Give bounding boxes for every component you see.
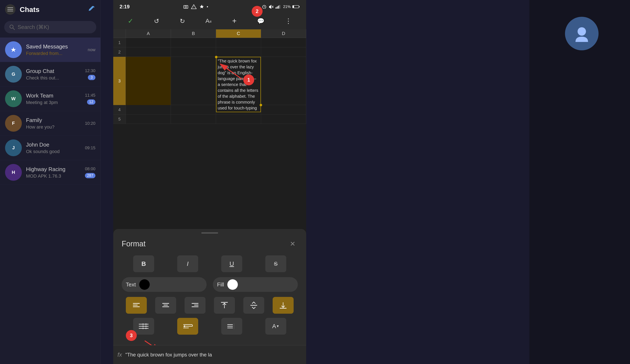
fill-color-swatch[interactable] xyxy=(227,279,238,290)
cell-d1[interactable] xyxy=(261,38,306,47)
chat-item-saved[interactable]: Saved Messages Forwarded from... now xyxy=(0,38,100,62)
cell-c3-active[interactable]: "The quick brown fox jumps over the lazy… xyxy=(216,57,261,105)
strikethrough-button[interactable]: S xyxy=(265,256,286,272)
svg-point-6 xyxy=(185,6,187,8)
cell-handle-br[interactable] xyxy=(260,104,262,106)
avatar-5: H xyxy=(5,164,22,181)
chat-item-3[interactable]: F Family How are you? 10:20 xyxy=(0,111,100,136)
redo-button[interactable]: ↻ xyxy=(178,15,187,27)
chat-item-5[interactable]: H Highway Racing MOD APK 1.76.3 08:00 28… xyxy=(0,160,100,185)
fill-color-option[interactable]: Fill xyxy=(213,277,298,292)
chat-item-2[interactable]: W Work Team Meeting at 3pm 11:45 12 xyxy=(0,86,100,111)
format-close-button[interactable]: ✕ xyxy=(287,238,298,249)
cell-d3[interactable] xyxy=(261,57,306,105)
more-button[interactable]: ⋮ xyxy=(283,15,294,27)
svg-line-10 xyxy=(264,7,265,7)
annotation-1: 1 xyxy=(243,74,254,85)
chat-info-2: Work Team Meeting at 3pm xyxy=(26,92,81,105)
svg-rect-15 xyxy=(278,6,279,8)
fill-color-label: Fill xyxy=(217,282,224,288)
align-center-button[interactable] xyxy=(155,297,176,314)
valign-top-button[interactable] xyxy=(214,297,235,314)
confirm-button[interactable]: ✓ xyxy=(126,15,136,27)
sheet-row-2: 2 xyxy=(113,48,306,57)
svg-rect-16 xyxy=(279,5,280,8)
cell-a3[interactable] xyxy=(126,57,171,105)
chat-preview-2: Meeting at 3pm xyxy=(26,100,81,105)
font-button[interactable]: A▼ xyxy=(265,318,286,335)
fx-icon: fx xyxy=(118,352,122,358)
cell-a4[interactable] xyxy=(126,105,171,114)
chat-name-3: Family xyxy=(26,117,81,124)
chat-meta-2: 11:45 12 xyxy=(85,93,96,105)
formula-content[interactable]: "The quick brown fox jumps over the la xyxy=(126,352,302,358)
dot-status: • xyxy=(207,4,208,9)
avatar-icon xyxy=(574,25,590,42)
align-left-icon xyxy=(132,302,140,308)
chat-time-5: 08:00 xyxy=(85,166,96,171)
undo-button[interactable]: ↺ xyxy=(152,15,161,27)
text-style-row: B I U S xyxy=(122,256,298,272)
valign-bottom-icon xyxy=(279,302,287,309)
cell-c5[interactable] xyxy=(216,114,261,124)
wrap-overflow-button[interactable] xyxy=(133,318,154,335)
valign-middle-button[interactable] xyxy=(243,297,264,314)
camera-status-icon xyxy=(183,4,189,10)
cell-c1[interactable] xyxy=(216,38,261,47)
cell-b3[interactable] xyxy=(171,57,216,105)
cell-b4[interactable] xyxy=(171,105,216,114)
cell-a5[interactable] xyxy=(126,114,171,124)
align-center-icon xyxy=(162,302,170,308)
svg-rect-13 xyxy=(276,7,276,8)
cell-b5[interactable] xyxy=(171,114,216,124)
chat-info-saved: Saved Messages Forwarded from... xyxy=(26,44,84,56)
cell-c2[interactable] xyxy=(216,48,261,56)
svg-rect-1 xyxy=(7,9,13,10)
status-time: 2:19 xyxy=(120,4,130,10)
cell-b2[interactable] xyxy=(171,48,216,56)
bold-button[interactable]: B xyxy=(133,256,154,272)
wrap-clip-button[interactable] xyxy=(221,318,242,335)
svg-text:!: ! xyxy=(193,6,194,8)
align-right-icon xyxy=(191,302,199,308)
cell-a1[interactable] xyxy=(126,38,171,47)
valign-bottom-button[interactable] xyxy=(273,297,294,314)
align-right-button[interactable] xyxy=(184,297,206,314)
chat-preview: Forwarded from... xyxy=(26,51,84,56)
cell-b1[interactable] xyxy=(171,38,216,47)
svg-line-4 xyxy=(13,28,15,30)
avatar-3: F xyxy=(5,115,22,132)
chat-item-4[interactable]: J John Doe Ok sounds good 09:15 xyxy=(0,136,100,160)
cell-d5[interactable] xyxy=(261,114,306,124)
chat-item-1[interactable]: G Group Chat Check this out... 12:30 3 xyxy=(0,62,100,86)
align-left-button[interactable] xyxy=(126,297,147,314)
col-header-c[interactable]: C xyxy=(216,29,261,38)
svg-rect-0 xyxy=(7,7,13,8)
menu-icon[interactable] xyxy=(5,4,16,15)
underline-button[interactable]: U xyxy=(221,256,242,272)
text-color-option[interactable]: Text xyxy=(122,277,206,292)
comment-button[interactable]: 💬 xyxy=(255,16,266,27)
cell-content: "The quick brown fox jumps over the lazy… xyxy=(216,57,261,112)
cell-handle-tl[interactable] xyxy=(215,56,218,58)
chat-preview-5: MOD APK 1.76.3 xyxy=(26,174,81,179)
text-color-swatch[interactable] xyxy=(139,279,150,290)
svg-rect-14 xyxy=(277,6,278,8)
svg-rect-19 xyxy=(293,6,294,8)
text-format-button[interactable]: A≡ xyxy=(204,16,214,26)
cell-d4[interactable] xyxy=(261,105,306,114)
signal-icon xyxy=(275,5,282,8)
add-button[interactable]: + xyxy=(230,14,239,28)
wrap-wrap-button[interactable] xyxy=(177,318,198,335)
col-header-b[interactable]: B xyxy=(171,29,216,38)
mute-icon xyxy=(269,5,274,8)
col-header-d[interactable]: D xyxy=(261,29,306,38)
chat-meta-3: 10:20 xyxy=(85,121,96,126)
col-header-a[interactable]: A xyxy=(126,29,171,38)
search-bar[interactable]: Search (⌘K) xyxy=(4,21,96,33)
chat-time-1: 12:30 xyxy=(85,68,96,73)
italic-button[interactable]: I xyxy=(177,256,198,272)
compose-icon[interactable] xyxy=(88,5,96,14)
cell-a2[interactable] xyxy=(126,48,171,56)
cell-d2[interactable] xyxy=(261,48,306,56)
